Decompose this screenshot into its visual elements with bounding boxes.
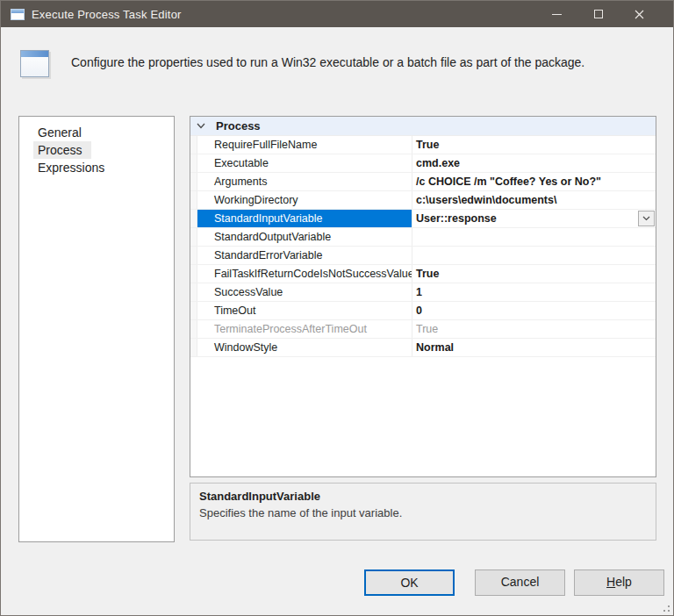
- row-margin: [190, 265, 197, 283]
- row-margin: [190, 210, 197, 227]
- property-description-text: Specifies the name of the input variable…: [199, 506, 647, 519]
- property-row[interactable]: StandardInputVariableUser::response: [190, 210, 656, 228]
- property-label[interactable]: RequireFullFileName: [197, 136, 412, 154]
- row-margin: [190, 154, 197, 172]
- row-margin: [190, 191, 197, 209]
- property-value[interactable]: /c CHOICE /m "Coffee? Yes or No?": [412, 173, 656, 190]
- page-list[interactable]: GeneralProcessExpressions: [18, 116, 175, 542]
- property-row[interactable]: RequireFullFileNameTrue: [190, 136, 656, 154]
- property-value[interactable]: cmd.exe: [412, 154, 656, 172]
- property-value[interactable]: 1: [412, 283, 656, 301]
- property-row[interactable]: StandardErrorVariable: [190, 247, 656, 265]
- row-margin: [190, 247, 197, 264]
- minimize-icon: [552, 14, 562, 15]
- property-value[interactable]: True: [412, 320, 656, 338]
- property-value[interactable]: User::response: [412, 210, 656, 227]
- property-label[interactable]: StandardInputVariable: [197, 210, 412, 227]
- row-margin: [190, 339, 197, 356]
- chevron-down-icon: [642, 216, 650, 221]
- caption-buttons: [536, 1, 660, 27]
- property-row[interactable]: TimeOut0: [190, 302, 656, 320]
- property-row[interactable]: WindowStyleNormal: [190, 339, 656, 357]
- close-button[interactable]: [619, 1, 660, 27]
- help-button[interactable]: Help: [574, 569, 664, 596]
- maximize-button[interactable]: [577, 1, 619, 27]
- property-label[interactable]: StandardOutputVariable: [197, 228, 412, 246]
- maximize-icon: [594, 10, 603, 18]
- property-label[interactable]: Executable: [197, 154, 412, 172]
- row-margin: [190, 173, 197, 190]
- property-grid[interactable]: Process RequireFullFileNameTrueExecutabl…: [190, 116, 656, 477]
- property-value[interactable]: c:\users\edwin\documents\: [412, 191, 656, 209]
- property-label[interactable]: WindowStyle: [197, 339, 412, 356]
- title-bar[interactable]: Execute Process Task Editor: [1, 1, 673, 27]
- property-label[interactable]: Arguments: [197, 173, 412, 190]
- property-label[interactable]: TerminateProcessAfterTimeOut: [197, 320, 412, 338]
- property-row[interactable]: Arguments/c CHOICE /m "Coffee? Yes or No…: [190, 173, 656, 191]
- window-icon: [11, 9, 25, 20]
- window-title: Execute Process Task Editor: [32, 8, 182, 21]
- task-window-icon: [20, 50, 49, 77]
- property-row[interactable]: TerminateProcessAfterTimeOutTrue: [190, 320, 656, 339]
- property-row[interactable]: StandardOutputVariable: [190, 228, 656, 247]
- property-value[interactable]: True: [412, 136, 656, 154]
- sidebar-item-process[interactable]: Process: [33, 141, 91, 159]
- row-margin: [190, 283, 197, 301]
- row-margin: [190, 228, 197, 246]
- sidebar-item-general[interactable]: General: [33, 124, 90, 141]
- property-label[interactable]: WorkingDirectory: [197, 191, 412, 209]
- property-label[interactable]: StandardErrorVariable: [197, 247, 412, 264]
- property-label[interactable]: SuccessValue: [197, 283, 412, 301]
- dialog-description: Configure the properties used to run a W…: [71, 55, 633, 69]
- row-margin: [190, 302, 197, 319]
- execute-process-task-editor-dialog: Execute Process Task Editor Configure th…: [0, 0, 674, 616]
- property-description-title: StandardInputVariable: [199, 490, 647, 503]
- row-margin: [190, 136, 197, 154]
- minimize-button[interactable]: [536, 1, 577, 27]
- property-description-panel: StandardInputVariable Specifies the name…: [190, 483, 656, 541]
- dropdown-button[interactable]: [638, 211, 655, 226]
- property-row[interactable]: Executablecmd.exe: [190, 154, 656, 173]
- property-row[interactable]: WorkingDirectoryc:\users\edwin\documents…: [190, 191, 656, 210]
- row-margin: [190, 320, 197, 338]
- close-icon: [635, 10, 644, 19]
- property-value[interactable]: Normal: [412, 339, 656, 356]
- chevron-down-icon[interactable]: [197, 121, 207, 132]
- property-label[interactable]: TimeOut: [197, 302, 412, 319]
- cancel-button[interactable]: Cancel: [475, 569, 565, 596]
- property-row[interactable]: SuccessValue1: [190, 283, 656, 302]
- property-label[interactable]: FailTaskIfReturnCodeIsNotSuccessValue: [197, 265, 412, 283]
- category-row-process[interactable]: Process: [190, 117, 656, 136]
- property-value[interactable]: 0: [412, 302, 656, 319]
- property-value[interactable]: True: [412, 265, 656, 283]
- property-value[interactable]: [412, 247, 656, 264]
- ok-button[interactable]: OK: [364, 569, 455, 596]
- sidebar-item-expressions[interactable]: Expressions: [33, 159, 113, 176]
- property-value[interactable]: [412, 228, 656, 246]
- property-row[interactable]: FailTaskIfReturnCodeIsNotSuccessValueTru…: [190, 265, 656, 283]
- resize-grip[interactable]: [659, 601, 670, 612]
- category-label: Process: [216, 119, 261, 133]
